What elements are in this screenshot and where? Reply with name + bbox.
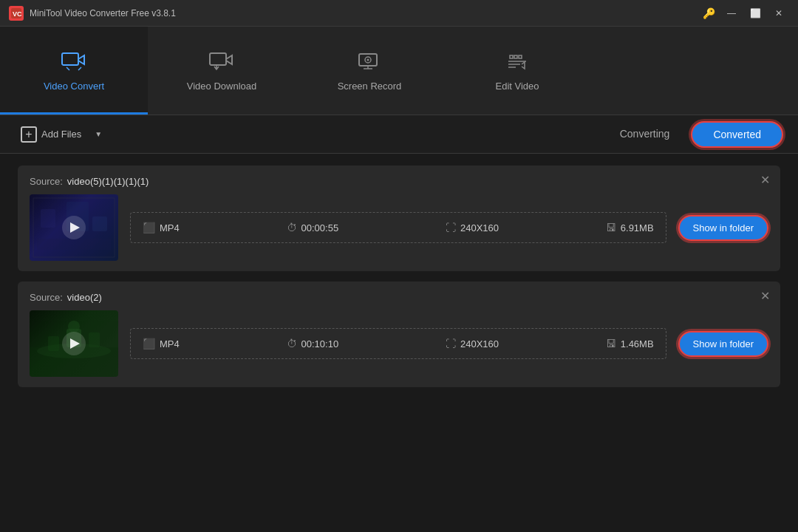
video-card-1: Source: video(5)(1)(1)(1)(1) ✕ bbox=[18, 166, 780, 271]
content-area: Source: video(5)(1)(1)(1)(1) ✕ bbox=[0, 154, 798, 532]
edit-video-icon bbox=[504, 48, 531, 75]
tab-converting[interactable]: Converting bbox=[598, 121, 692, 148]
app-logo: VC bbox=[9, 6, 24, 21]
resolution-icon: ⛶ bbox=[446, 222, 456, 233]
size-2-icon: 🖫 bbox=[606, 338, 616, 349]
card-2-show-folder-button[interactable]: Show in folder bbox=[678, 331, 768, 357]
card-2-resolution-value: 240X160 bbox=[460, 338, 499, 349]
nav-item-video-download[interactable]: Video Download bbox=[148, 27, 296, 115]
svg-rect-8 bbox=[37, 239, 111, 250]
card-1-header: Source: video(5)(1)(1)(1)(1) bbox=[30, 176, 768, 187]
video-card-2: Source: video(2) ✕ bbox=[18, 282, 780, 387]
card-1-duration-value: 00:00:55 bbox=[301, 222, 339, 233]
svg-rect-17 bbox=[89, 332, 100, 347]
svg-rect-16 bbox=[48, 336, 59, 351]
add-icon: + bbox=[21, 126, 37, 143]
card-2-close-button[interactable]: ✕ bbox=[760, 290, 770, 302]
card-2-play-button[interactable] bbox=[62, 332, 86, 355]
add-files-dropdown-arrow[interactable]: ▼ bbox=[92, 127, 105, 141]
maximize-button[interactable]: ⬜ bbox=[745, 6, 765, 21]
svg-rect-3 bbox=[210, 53, 226, 65]
card-1-thumbnail[interactable] bbox=[30, 194, 118, 261]
size-icon: 🖫 bbox=[606, 222, 616, 233]
minimize-button[interactable]: — bbox=[721, 6, 742, 21]
svg-rect-11 bbox=[92, 216, 107, 231]
card-1-format: ⬛ MP4 bbox=[143, 222, 180, 233]
play-triangle-2-icon bbox=[70, 338, 80, 349]
nav-item-edit-video[interactable]: Edit Video bbox=[443, 27, 591, 115]
tab-converted[interactable]: Converted bbox=[691, 121, 783, 148]
card-1-resolution-value: 240X160 bbox=[460, 222, 499, 233]
card-2-duration-value: 00:10:10 bbox=[301, 338, 339, 349]
card-1-show-folder-button[interactable]: Show in folder bbox=[678, 215, 768, 241]
card-1-duration: ⏱ 00:00:55 bbox=[287, 222, 339, 233]
card-2-size-value: 1.46MB bbox=[621, 338, 654, 349]
close-button[interactable]: ✕ bbox=[768, 6, 789, 21]
card-1-size-value: 6.91MB bbox=[621, 222, 654, 233]
add-files-button[interactable]: + Add Files bbox=[15, 123, 87, 146]
format-2-icon: ⬛ bbox=[143, 338, 155, 349]
nav-bar: Video Convert Video Download Screen Reco… bbox=[0, 27, 798, 115]
card-2-duration: ⏱ 00:10:10 bbox=[287, 338, 339, 349]
card-1-size: 🖫 6.91MB bbox=[606, 222, 654, 233]
duration-2-icon: ⏱ bbox=[287, 338, 297, 349]
key-icon: 🔑 bbox=[703, 7, 715, 19]
duration-icon: ⏱ bbox=[287, 222, 297, 233]
window-controls: — ⬜ ✕ bbox=[721, 6, 789, 21]
nav-label-video-convert: Video Convert bbox=[44, 81, 104, 92]
nav-label-screen-record: Screen Record bbox=[338, 81, 402, 92]
card-2-source-name: video(2) bbox=[67, 292, 102, 303]
titlebar: VC MiniTool Video Converter Free v3.8.1 … bbox=[0, 0, 798, 27]
video-convert-icon bbox=[61, 48, 87, 75]
nav-label-edit-video: Edit Video bbox=[495, 81, 539, 92]
nav-item-screen-record[interactable]: Screen Record bbox=[296, 27, 443, 115]
svg-rect-2 bbox=[62, 53, 78, 65]
card-1-source-label: Source: bbox=[30, 176, 63, 187]
card-2-resolution: ⛶ 240X160 bbox=[446, 338, 499, 349]
resolution-2-icon: ⛶ bbox=[446, 338, 456, 349]
card-1-file-info: ⬛ MP4 ⏱ 00:00:55 ⛶ 240X160 🖫 6.91MB bbox=[130, 212, 666, 243]
svg-rect-9 bbox=[41, 209, 55, 228]
app-title: MiniTool Video Converter Free v3.8.1 bbox=[30, 8, 703, 18]
tab-group: Converting Converted bbox=[598, 121, 783, 148]
card-1-play-button[interactable] bbox=[62, 216, 86, 239]
format-icon: ⬛ bbox=[143, 222, 155, 233]
card-2-size: 🖫 1.46MB bbox=[606, 338, 654, 349]
screen-record-icon bbox=[356, 48, 383, 75]
nav-item-video-convert[interactable]: Video Convert bbox=[0, 27, 148, 115]
card-2-body: ⬛ MP4 ⏱ 00:10:10 ⛶ 240X160 🖫 1.46MB Show… bbox=[30, 310, 768, 377]
sub-tabs-bar: + Add Files ▼ Converting Converted bbox=[0, 115, 798, 154]
play-triangle-icon bbox=[70, 222, 80, 233]
card-1-close-button[interactable]: ✕ bbox=[760, 174, 770, 186]
add-files-area: + Add Files ▼ bbox=[15, 123, 105, 146]
add-files-label: Add Files bbox=[41, 129, 81, 140]
card-1-format-value: MP4 bbox=[160, 222, 180, 233]
card-2-source-label: Source: bbox=[30, 292, 63, 303]
card-2-file-info: ⬛ MP4 ⏱ 00:10:10 ⛶ 240X160 🖫 1.46MB bbox=[130, 328, 666, 359]
svg-text:VC: VC bbox=[13, 10, 21, 18]
card-1-body: ⬛ MP4 ⏱ 00:00:55 ⛶ 240X160 🖫 6.91MB Show… bbox=[30, 194, 768, 261]
card-1-resolution: ⛶ 240X160 bbox=[446, 222, 499, 233]
video-download-icon bbox=[208, 48, 235, 75]
card-1-source-name: video(5)(1)(1)(1)(1) bbox=[67, 176, 149, 187]
card-2-format-value: MP4 bbox=[160, 338, 180, 349]
card-2-thumbnail[interactable] bbox=[30, 310, 118, 377]
card-2-format: ⬛ MP4 bbox=[143, 338, 180, 349]
svg-point-6 bbox=[367, 58, 369, 61]
card-2-header: Source: video(2) bbox=[30, 292, 768, 303]
svg-point-15 bbox=[68, 321, 80, 332]
nav-label-video-download: Video Download bbox=[187, 81, 256, 92]
